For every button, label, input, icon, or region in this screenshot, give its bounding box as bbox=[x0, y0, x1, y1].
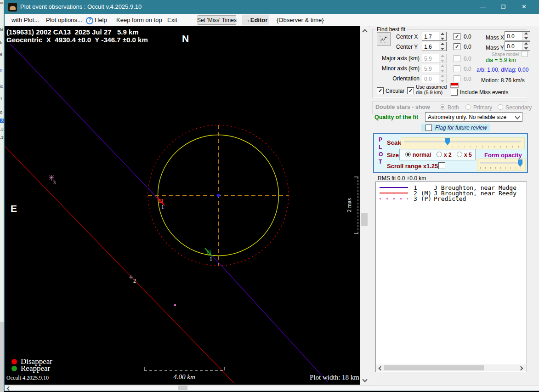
menu-plot-options[interactable]: Plot options... bbox=[46, 14, 82, 26]
chord-1-reappear-label: 1 bbox=[210, 256, 212, 262]
bg-fragment: b bbox=[0, 40, 4, 45]
minor-axis-sigma: 0.0 bbox=[464, 66, 471, 72]
menu-keep-on-top[interactable]: Keep form on top bbox=[116, 14, 162, 26]
chord-1-line-a bbox=[10, 44, 160, 201]
scale-slider-groove bbox=[404, 141, 522, 142]
center-y-sigma: 0.0 bbox=[464, 44, 471, 50]
scroll-up-icon[interactable] bbox=[362, 29, 367, 34]
double-stars-label: Double stars - show bbox=[375, 104, 430, 110]
circular-checkbox[interactable] bbox=[377, 87, 384, 94]
form-opacity-slider[interactable] bbox=[477, 159, 526, 171]
orientation-label: Orientation bbox=[379, 75, 420, 82]
bg-fragment: 1 bbox=[0, 97, 4, 101]
mass-y-spinner[interactable]: 0.0 bbox=[505, 41, 530, 51]
size-normal-radio[interactable] bbox=[405, 152, 411, 157]
orientation-spinner: 0.0 bbox=[422, 74, 447, 83]
scroll-down-icon[interactable] bbox=[362, 377, 367, 382]
scale-label: Scale bbox=[387, 139, 403, 146]
maximize-button-icon[interactable]: ❒ bbox=[493, 0, 514, 14]
mass-x-spinner[interactable]: 0.0 bbox=[505, 31, 530, 40]
chord-3-name: Predicted bbox=[434, 195, 466, 202]
vertical-scroll-thumb[interactable] bbox=[361, 213, 368, 226]
menu-help[interactable]: Help bbox=[95, 14, 107, 26]
size-normal-label: normal bbox=[413, 152, 431, 158]
center-y-fit-checkbox[interactable] bbox=[454, 43, 460, 50]
title-bar[interactable]: Plot event observations : Occult v.4.202… bbox=[5, 0, 539, 14]
window-title: Plot event observations : Occult v.4.202… bbox=[20, 0, 142, 14]
bg-fragment: 0 bbox=[0, 110, 4, 115]
minor-axis-label: Minor axis (km) bbox=[379, 65, 420, 72]
form-opacity-label: Form opacity bbox=[484, 152, 522, 159]
minor-axis-spinner: 5.9 bbox=[422, 64, 447, 73]
include-miss-checkbox[interactable] bbox=[451, 89, 458, 96]
chord-list-scrollbar[interactable] bbox=[376, 364, 526, 371]
close-button-icon[interactable]: ✕ bbox=[514, 0, 534, 14]
plot-canvas[interactable]: (159631) 2002 CA13 2025 Jul 27 5.9 km Ge… bbox=[5, 26, 360, 385]
size-x2-label: x 2 bbox=[444, 152, 452, 158]
bg-fragment: n bbox=[0, 68, 4, 73]
observer-2-cross-icon bbox=[129, 275, 133, 279]
chord-3-id: 3 (P) bbox=[414, 195, 434, 202]
chord-row-3[interactable]: 3 (P) Predicted bbox=[380, 196, 466, 201]
mass-x-label: Mass X bbox=[486, 34, 504, 41]
center-y-spinner[interactable]: 1.6 bbox=[422, 42, 447, 51]
flag-review-label: Flag for future review bbox=[435, 125, 487, 131]
app-icon bbox=[8, 3, 17, 11]
chord-list-scroll-thumb[interactable] bbox=[384, 365, 484, 370]
horizontal-scroll-thumb[interactable] bbox=[178, 386, 187, 390]
bg-fragment: ue bbox=[0, 0, 4, 5]
chord-1-line-b bbox=[210, 253, 328, 382]
size-x5-radio[interactable] bbox=[457, 152, 462, 157]
reappear-legend-dot bbox=[11, 366, 17, 371]
include-miss-label: Include Miss events bbox=[460, 89, 508, 96]
plot-vertical-scrollbar[interactable] bbox=[360, 26, 369, 385]
minimize-button-icon[interactable]: — bbox=[472, 0, 493, 14]
form-opacity-ticks bbox=[480, 167, 522, 169]
scroll-range-checkbox[interactable] bbox=[438, 162, 445, 169]
scale-slider[interactable] bbox=[401, 137, 525, 149]
shape-model-checkbox bbox=[522, 51, 528, 57]
chord-listbox[interactable]: 1 J Broughton, near Mudge 2 (M) J Brough… bbox=[375, 182, 527, 372]
form-opacity-thumb[interactable] bbox=[518, 159, 522, 167]
plot-letter-p: P bbox=[379, 136, 382, 143]
use-assumed-dia-checkbox[interactable] bbox=[407, 87, 414, 94]
scroll-right-icon[interactable] bbox=[519, 366, 523, 371]
shape-model-label: Shape model bbox=[486, 52, 519, 57]
scroll-left-icon[interactable] bbox=[379, 366, 383, 371]
editor-button[interactable]: →Editor bbox=[243, 15, 269, 25]
double-stars-secondary-label: Secondary bbox=[505, 104, 532, 111]
major-axis-label: Major axis (km) bbox=[379, 55, 420, 62]
miss-chord-swatch-icon bbox=[450, 83, 459, 88]
bg-fragment: e bbox=[0, 52, 4, 57]
major-axis-spinner: 5.9 bbox=[422, 54, 447, 63]
scroll-left-icon[interactable] bbox=[7, 386, 11, 391]
fit-chart-button[interactable] bbox=[377, 32, 391, 46]
plot-settings-panel: P L O T Scale Size normal x 2 x 5 Form o… bbox=[373, 133, 528, 173]
scale-slider-thumb[interactable] bbox=[445, 138, 450, 145]
plot-letter-l: L bbox=[379, 144, 382, 150]
chord-2-swatch-icon bbox=[380, 193, 408, 193]
center-dot bbox=[217, 194, 220, 197]
size-x2-radio[interactable] bbox=[437, 152, 442, 157]
find-best-fit-label: Find best fit bbox=[375, 26, 407, 33]
flag-review-checkbox[interactable] bbox=[426, 125, 432, 131]
quality-label: Quality of the fit bbox=[374, 114, 418, 120]
menu-exit[interactable]: Exit bbox=[167, 14, 177, 26]
menu-observer-time[interactable]: {Observer & time} bbox=[277, 14, 324, 26]
chord-3-dot bbox=[174, 304, 176, 306]
quality-dropdown[interactable]: Astrometry only. No reliable size bbox=[425, 112, 522, 122]
menu-with-plot[interactable]: with Plot... bbox=[11, 14, 39, 26]
set-miss-times-button[interactable]: Set 'Miss' Times bbox=[198, 15, 236, 25]
bg-fragment: .3 bbox=[0, 135, 4, 140]
size-x5-label: x 5 bbox=[464, 152, 472, 158]
center-x-fit-checkbox[interactable] bbox=[454, 33, 460, 40]
disappear-legend-dot bbox=[11, 359, 17, 364]
chord-1-swatch-icon bbox=[380, 187, 408, 188]
major-axis-fit-checkbox bbox=[454, 55, 460, 62]
double-stars-secondary-radio bbox=[498, 104, 503, 110]
plot-horizontal-scrollbar[interactable] bbox=[5, 385, 539, 391]
version-label: Occult 4.2025.9.10 bbox=[6, 375, 49, 381]
center-x-spinner[interactable]: 1.7 bbox=[422, 32, 447, 41]
form-opacity-groove bbox=[480, 162, 523, 164]
plot-figure: 3 2 1 1 bbox=[5, 26, 360, 385]
